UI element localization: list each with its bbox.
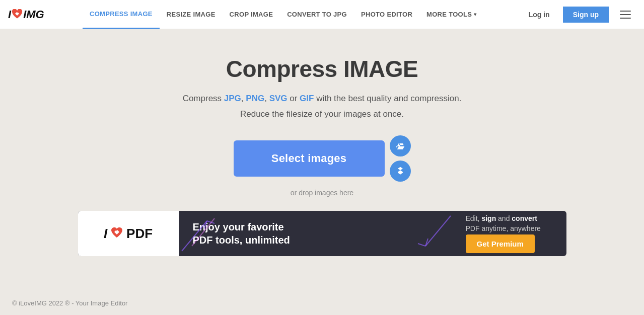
footer-text: © iLoveIMG 2022 ® - Your Image Editor (12, 299, 127, 307)
header: I IMG COMPRESS IMAGE RESIZE IMAGE CROP I… (0, 0, 644, 29)
hamburger-line1 (620, 11, 631, 12)
nav-photo[interactable]: PHOTO EDITOR (354, 0, 419, 29)
ad-sub-sign: sign (481, 214, 496, 222)
gif-highlight: GIF (300, 94, 314, 103)
dropbox-button[interactable] (390, 161, 411, 182)
ad-sub: Edit, sign and convert (466, 214, 537, 222)
logo-heart-icon (12, 9, 23, 19)
or-text: or (288, 94, 300, 103)
hamburger-menu[interactable] (615, 4, 636, 25)
jpg-highlight: JPG (224, 94, 241, 103)
comma1: , (241, 94, 244, 103)
upload-area: Select images (234, 135, 411, 182)
drop-text: or drop images here (291, 189, 353, 197)
ad-tagline-line2: PDF tools, unlimited (193, 233, 452, 247)
nav-resize[interactable]: RESIZE IMAGE (160, 0, 223, 29)
footer: © iLoveIMG 2022 ® - Your Image Editor (0, 291, 644, 315)
ad-logo: I PDF (104, 226, 153, 242)
page-title: Compress IMAGE (226, 55, 418, 83)
chevron-down-icon: ▾ (474, 12, 476, 17)
logo-i: I (8, 8, 11, 21)
svg-highlight: SVG (269, 94, 288, 103)
logo-img: IMG (23, 8, 44, 21)
ad-logo-section: I PDF (78, 211, 179, 256)
header-actions: Log in Sign up (520, 4, 636, 25)
login-button[interactable]: Log in (520, 7, 559, 23)
ad-logo-heart-icon (110, 226, 123, 241)
nav-convert[interactable]: CONVERT TO JPG (280, 0, 354, 29)
png-highlight: PNG (246, 94, 264, 103)
cloud-buttons (390, 135, 411, 182)
ad-sub-prefix: Edit, (466, 214, 482, 222)
ad-right: Edit, sign and convert PDF anytime, anyw… (466, 214, 566, 253)
dropbox-icon (395, 166, 405, 176)
main-nav: COMPRESS IMAGE RESIZE IMAGE CROP IMAGE C… (83, 0, 520, 29)
subtitle-suffix: with the best quality and compression. (314, 94, 461, 103)
ad-content: Enjoy your favorite PDF tools, unlimited (179, 220, 466, 247)
ad-sub-mid: and (496, 214, 512, 222)
subtitle-line2: Reduce the filesize of your images at on… (240, 109, 404, 119)
main-content: Compress IMAGE Compress JPG, PNG, SVG or… (0, 29, 644, 256)
nav-more-label: MORE TOOLS (426, 11, 472, 18)
hamburger-line2 (620, 14, 631, 15)
select-images-button[interactable]: Select images (234, 140, 385, 177)
comma2: , (264, 94, 267, 103)
subtitle: Compress JPG, PNG, SVG or GIF with the b… (183, 92, 462, 105)
nav-more[interactable]: MORE TOOLS ▾ (419, 0, 483, 29)
gdrive-icon (395, 141, 405, 151)
get-premium-button[interactable]: Get Premium (466, 234, 535, 253)
subtitle-prefix: Compress (183, 94, 224, 103)
ad-tagline: Enjoy your favorite PDF tools, unlimited (193, 220, 452, 247)
logo[interactable]: I IMG (8, 8, 68, 21)
ad-sub-line2: PDF anytime, anywhere (466, 224, 541, 232)
ad-sub-convert: convert (512, 214, 537, 222)
nav-compress[interactable]: COMPRESS IMAGE (83, 0, 160, 29)
ad-tagline-line1: Enjoy your favorite (193, 220, 452, 233)
nav-crop[interactable]: CROP IMAGE (223, 0, 280, 29)
ad-banner: I PDF Enjoy y (78, 211, 566, 256)
signup-button[interactable]: Sign up (563, 7, 609, 23)
hamburger-line3 (620, 18, 631, 19)
google-drive-button[interactable] (390, 135, 411, 156)
ad-logo-i: I (104, 226, 107, 242)
ad-logo-pdf: PDF (126, 226, 153, 242)
